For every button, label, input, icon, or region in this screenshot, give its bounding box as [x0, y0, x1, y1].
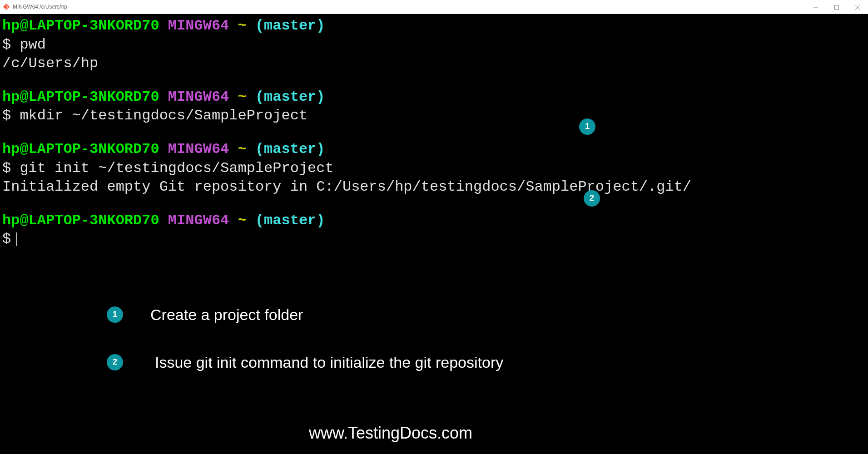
- command-line: $: [2, 230, 866, 249]
- app-icon: [3, 3, 10, 10]
- minimize-button[interactable]: [805, 0, 826, 14]
- close-button[interactable]: [847, 0, 868, 14]
- output-line: Initialized empty Git repository in C:/U…: [2, 178, 866, 197]
- annotation-row-2: 2 Issue git init command to initialize t…: [107, 352, 503, 372]
- command-line: $ pwd: [2, 35, 866, 54]
- svg-rect-4: [835, 5, 839, 9]
- annotation-text-1: Create a project folder: [150, 305, 303, 325]
- callout-badge-2: 2: [584, 190, 600, 207]
- prompt-line: hp@LAPTOP-3NKORD70 MINGW64 ~ (master): [2, 211, 866, 230]
- prompt-line: hp@LAPTOP-3NKORD70 MINGW64 ~ (master): [2, 16, 866, 35]
- window-controls: [805, 0, 868, 14]
- website-watermark: www.TestingDocs.com: [309, 423, 472, 444]
- prompt-line: hp@LAPTOP-3NKORD70 MINGW64 ~ (master): [2, 140, 866, 159]
- callout-badge-1: 1: [579, 118, 595, 135]
- terminal-area[interactable]: hp@LAPTOP-3NKORD70 MINGW64 ~ (master) $ …: [0, 14, 868, 454]
- maximize-button[interactable]: [826, 0, 847, 14]
- annotation-badge-1: 1: [107, 306, 123, 323]
- command-line: $ git init ~/testingdocs/SampleProject: [2, 159, 866, 178]
- prompt-line: hp@LAPTOP-3NKORD70 MINGW64 ~ (master): [2, 88, 866, 107]
- window-title: MINGW64:/c/Users/hp: [13, 4, 67, 10]
- annotation-badge-2: 2: [107, 354, 123, 370]
- annotation-text-2: Issue git init command to initialize the…: [155, 352, 503, 372]
- command-line: $ mkdir ~/testingdocs/SampleProject: [2, 106, 866, 125]
- annotation-row-1: 1 Create a project folder: [107, 305, 303, 325]
- output-line: /c/Users/hp: [2, 54, 866, 73]
- svg-point-2: [6, 8, 7, 9]
- svg-point-0: [6, 5, 7, 6]
- svg-point-1: [7, 6, 8, 7]
- window-titlebar: MINGW64:/c/Users/hp: [0, 0, 868, 14]
- cursor: [16, 232, 17, 246]
